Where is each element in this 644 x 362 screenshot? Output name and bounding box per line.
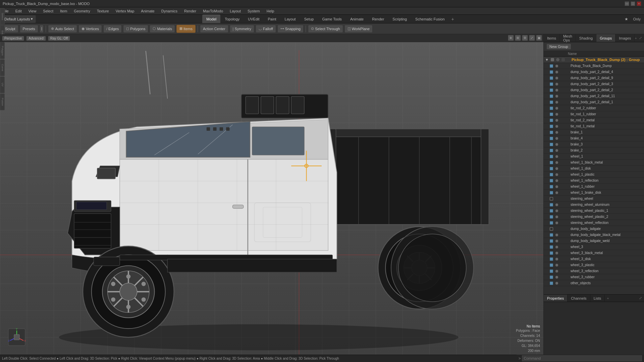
materials-button[interactable]: ⬡ Materials bbox=[150, 25, 175, 33]
menu-system[interactable]: System bbox=[246, 8, 261, 14]
tab-animate[interactable]: Animate bbox=[346, 15, 368, 23]
panel-tab-groups[interactable]: Groups bbox=[596, 34, 615, 42]
fill-button[interactable]: | bbox=[40, 25, 44, 33]
list-item-24[interactable]: steering_wheel_plastic_1 bbox=[544, 208, 644, 214]
tab-scripting[interactable]: Scripting bbox=[388, 15, 411, 23]
menu-geometry[interactable]: Geometry bbox=[72, 8, 91, 14]
items-button[interactable]: ⊞ Items bbox=[176, 25, 196, 33]
list-item-35[interactable]: wheel_3_rubber bbox=[544, 274, 644, 280]
list-item-3[interactable]: dump_body_part_2_detail_3 bbox=[544, 81, 644, 87]
list-item-22[interactable]: steering_wheel bbox=[544, 196, 644, 202]
panel-tab-add[interactable]: + bbox=[635, 36, 637, 40]
vp-icon-camera[interactable]: ⊕ bbox=[508, 35, 514, 41]
list-item-26[interactable]: steering_wheel_reflection bbox=[544, 220, 644, 226]
edge-tab-select[interactable]: Select bbox=[0, 8, 5, 25]
menu-texture[interactable]: Texture bbox=[96, 8, 110, 14]
snapping-button[interactable]: ⊶ Snapping bbox=[277, 25, 304, 33]
menu-vertex-map[interactable]: Vertex Map bbox=[114, 8, 136, 14]
edge-tab-fusion[interactable]: Fusion bbox=[0, 94, 5, 110]
list-item-27[interactable]: dump_body_tailgate bbox=[544, 226, 644, 232]
menu-dynamics[interactable]: Dynamics bbox=[160, 8, 179, 14]
list-item-5[interactable]: dump_body_part_2_detail_11 bbox=[544, 93, 644, 99]
vp-icon-grid[interactable]: ⊞ bbox=[515, 35, 521, 41]
list-item-7[interactable]: tie_rod_2_rubber bbox=[544, 105, 644, 111]
symmetry-button[interactable]: | Symmetry bbox=[230, 25, 254, 33]
panel-tab-shading[interactable]: Shading bbox=[576, 34, 596, 42]
list-item-32[interactable]: wheel_3_disk bbox=[544, 256, 644, 262]
group-vis-icon[interactable] bbox=[550, 57, 555, 62]
menu-edit[interactable]: Edit bbox=[14, 8, 23, 14]
list-item-30[interactable]: wheel_3 bbox=[544, 244, 644, 250]
tab-render[interactable]: Render bbox=[368, 15, 388, 23]
list-item-31[interactable]: wheel_3_black_metal bbox=[544, 250, 644, 256]
command-input[interactable] bbox=[522, 355, 642, 361]
group-lock-icon[interactable] bbox=[561, 57, 566, 62]
polygons-button[interactable]: ◻ Polygons bbox=[123, 25, 148, 33]
list-item-29[interactable]: dump_body_tailgate_weld bbox=[544, 238, 644, 244]
auto-select-button[interactable]: ⊕ Auto Select bbox=[48, 25, 77, 33]
edge-tab-uv[interactable]: UV bbox=[0, 76, 5, 93]
list-item-21[interactable]: wheel_1_brake_disk bbox=[544, 190, 644, 196]
menu-item[interactable]: Item bbox=[59, 8, 68, 14]
view-type-button[interactable]: Perspective bbox=[2, 36, 24, 41]
prop-tab-channels[interactable]: Channels bbox=[568, 295, 590, 302]
edge-tab-curve[interactable]: Curve bbox=[0, 59, 5, 76]
viewport-canvas[interactable]: X Y Z No Items Polygons : Face Channels:… bbox=[0, 42, 543, 355]
panel-tab-mesh-ops[interactable]: Mesh Ops bbox=[560, 34, 576, 42]
tab-game-tools[interactable]: Game Tools bbox=[318, 15, 346, 23]
prop-add-button[interactable]: + bbox=[605, 295, 611, 302]
ray-gl-button[interactable]: Ray GL: Off bbox=[48, 36, 70, 41]
vertices-button[interactable]: ◉ Vertices bbox=[78, 25, 102, 33]
group-render-icon[interactable] bbox=[555, 57, 560, 62]
workplane-button[interactable]: ◫ WorkPlane bbox=[344, 25, 373, 33]
list-item-18[interactable]: wheel_1_plastic bbox=[544, 172, 644, 178]
only-label[interactable]: Only bbox=[631, 17, 643, 21]
list-item-34[interactable]: wheel_3_reflection bbox=[544, 268, 644, 274]
list-item-11[interactable]: brake_1 bbox=[544, 129, 644, 135]
list-item-36[interactable]: other_objects bbox=[544, 280, 644, 286]
new-group-button[interactable]: New Group bbox=[546, 44, 571, 50]
list-item-8[interactable]: tie_rod_1_rubber bbox=[544, 111, 644, 117]
list-item-28[interactable]: dump_body_tailgate_black_metal bbox=[544, 232, 644, 238]
list-item-17[interactable]: wheel_1_disk bbox=[544, 166, 644, 172]
prop-tab-properties[interactable]: Properties bbox=[544, 295, 568, 302]
vp-icon-settings[interactable]: ⚙ bbox=[522, 35, 528, 41]
maximize-button[interactable]: □ bbox=[631, 1, 635, 6]
advanced-button[interactable]: Advanced bbox=[26, 36, 46, 41]
item-list[interactable]: ▼ Pickup_Truck_Black_Dump (2) : Group Pi… bbox=[544, 57, 644, 294]
list-item-10[interactable]: tie_rod_1_metal bbox=[544, 123, 644, 129]
list-item-6[interactable]: dump_body_part_2_detail_1 bbox=[544, 99, 644, 105]
minimize-button[interactable]: — bbox=[625, 1, 629, 6]
edge-tab-polygon[interactable]: Polygon bbox=[0, 42, 5, 59]
tab-uvedit[interactable]: UVEdit bbox=[244, 15, 263, 23]
tab-paint[interactable]: Paint bbox=[264, 15, 280, 23]
list-item-23[interactable]: steering_wheel_aluminum bbox=[544, 202, 644, 208]
tab-schematic-fusion[interactable]: Schematic Fusion bbox=[411, 15, 448, 23]
group-row-main[interactable]: ▼ Pickup_Truck_Black_Dump (2) : Group bbox=[544, 57, 644, 63]
menu-select[interactable]: Select bbox=[42, 8, 55, 14]
vp-icon-expand[interactable]: ⤢ bbox=[529, 35, 535, 41]
tab-layout[interactable]: Layout bbox=[281, 15, 300, 23]
list-item-19[interactable]: wheel_1_reflection bbox=[544, 178, 644, 184]
star-icon[interactable]: ★ bbox=[623, 17, 630, 21]
list-item-13[interactable]: brake_3 bbox=[544, 141, 644, 147]
list-item-12[interactable]: brake_4 bbox=[544, 135, 644, 141]
group-wire-icon[interactable] bbox=[566, 57, 571, 62]
list-item-2[interactable]: dump_body_part_2_detail_9 bbox=[544, 75, 644, 81]
tab-topology[interactable]: Topology bbox=[221, 15, 244, 23]
list-item-14[interactable]: brake_2 bbox=[544, 147, 644, 154]
panel-expand-button[interactable]: ⤢ bbox=[637, 36, 644, 40]
list-item-0[interactable]: Pickup_Truck_Black_Dump bbox=[544, 63, 644, 69]
viewport[interactable]: Perspective Advanced Ray GL: Off ⊕ ⊞ ⚙ ⤢… bbox=[0, 34, 543, 355]
presets-button[interactable]: Presets bbox=[20, 25, 38, 33]
list-item-20[interactable]: wheel_1_rubber bbox=[544, 184, 644, 190]
list-item-33[interactable]: wheel_3_plastic bbox=[544, 262, 644, 268]
panel-tab-items[interactable]: Items bbox=[544, 34, 560, 42]
menu-animate[interactable]: Animate bbox=[140, 8, 156, 14]
falloff-button[interactable]: ◡ Falloff bbox=[256, 25, 276, 33]
action-center-button[interactable]: Action Center bbox=[200, 25, 228, 33]
tab-model[interactable]: Model bbox=[202, 15, 220, 23]
list-item-1[interactable]: dump_body_part_2_detail_4 bbox=[544, 69, 644, 75]
panel-tab-images[interactable]: Images bbox=[615, 34, 635, 42]
menu-view[interactable]: View bbox=[27, 8, 38, 14]
